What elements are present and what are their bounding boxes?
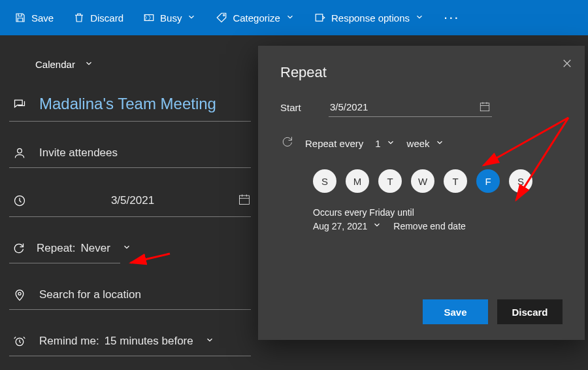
location-placeholder: Search for a location bbox=[39, 288, 141, 301]
end-date-dropdown[interactable]: Aug 27, 2021 bbox=[313, 220, 382, 231]
start-date-value: 3/5/2021 bbox=[330, 101, 368, 112]
weekday-5[interactable]: F bbox=[476, 169, 500, 193]
discard-button[interactable]: Discard bbox=[73, 12, 123, 24]
attendees-row[interactable]: Invite attendees bbox=[9, 140, 251, 168]
chevron-down-icon bbox=[372, 220, 382, 231]
reminder-row[interactable]: Remind me: 15 minutes before bbox=[9, 328, 251, 356]
modal-save-button[interactable]: Save bbox=[423, 299, 488, 324]
chat-icon bbox=[12, 97, 27, 110]
chevron-down-icon bbox=[435, 138, 444, 149]
chevron-down-icon bbox=[386, 138, 395, 149]
interval-dropdown[interactable]: 1 bbox=[375, 138, 395, 149]
occurrence-summary: Occurs every Friday until Aug 27, 2021 R… bbox=[313, 207, 563, 231]
save-button[interactable]: Save bbox=[14, 12, 54, 24]
calendar-icon[interactable] bbox=[479, 101, 491, 112]
weekday-2[interactable]: T bbox=[378, 169, 402, 193]
tag-icon bbox=[216, 12, 227, 24]
clock-icon bbox=[12, 194, 27, 207]
attendees-placeholder: Invite attendees bbox=[39, 146, 118, 160]
response-label: Response options bbox=[331, 12, 410, 24]
repeat-modal: Repeat Start 3/5/2021 Repeat every 1 wee… bbox=[258, 46, 585, 340]
save-icon bbox=[14, 12, 26, 24]
location-row[interactable]: Search for a location bbox=[9, 282, 251, 310]
chevron-down-icon bbox=[205, 335, 214, 347]
svg-rect-5 bbox=[240, 195, 250, 204]
chevron-down-icon bbox=[187, 12, 196, 24]
date-row[interactable]: 3/5/2021 bbox=[9, 186, 251, 217]
svg-point-6 bbox=[18, 292, 21, 295]
categorize-label: Categorize bbox=[233, 12, 280, 24]
response-options-dropdown[interactable]: Response options bbox=[314, 12, 424, 24]
calendar-icon[interactable] bbox=[238, 193, 251, 209]
svg-rect-8 bbox=[480, 103, 489, 111]
start-row: Start 3/5/2021 bbox=[280, 98, 563, 117]
weekday-0[interactable]: S bbox=[313, 169, 336, 193]
chevron-down-icon bbox=[122, 243, 131, 254]
svg-rect-2 bbox=[316, 14, 323, 22]
busy-icon bbox=[143, 12, 155, 24]
end-date-value: Aug 27, 2021 bbox=[313, 221, 367, 231]
repeat-value: Never bbox=[81, 242, 110, 255]
trash-icon bbox=[73, 12, 85, 24]
repeat-every-row: Repeat every 1 week bbox=[280, 135, 563, 151]
interval-value: 1 bbox=[375, 138, 380, 149]
title-row[interactable]: Madalina's Team Meeting bbox=[9, 88, 251, 122]
modal-title: Repeat bbox=[280, 64, 563, 81]
event-title: Madalina's Team Meeting bbox=[39, 95, 216, 113]
calendar-selector-label: Calendar bbox=[35, 59, 75, 70]
alarm-icon bbox=[12, 335, 27, 348]
remove-end-date-link[interactable]: Remove end date bbox=[393, 221, 466, 231]
location-icon bbox=[12, 288, 27, 301]
weekday-6[interactable]: S bbox=[509, 169, 532, 193]
repeat-every-label: Repeat every bbox=[305, 138, 363, 149]
weekday-3[interactable]: W bbox=[411, 169, 434, 193]
unit-value: week bbox=[407, 138, 430, 149]
weekday-picker: SMTWTFS bbox=[313, 169, 563, 193]
svg-point-3 bbox=[18, 148, 22, 153]
response-icon bbox=[314, 12, 326, 24]
unit-dropdown[interactable]: week bbox=[407, 138, 444, 149]
person-icon bbox=[12, 146, 27, 160]
busy-label: Busy bbox=[160, 12, 182, 24]
start-label: Start bbox=[280, 102, 313, 113]
busy-dropdown[interactable]: Busy bbox=[143, 12, 196, 24]
reminder-label: Remind me: bbox=[39, 335, 99, 348]
modal-buttons: Save Discard bbox=[423, 299, 563, 324]
modal-discard-button[interactable]: Discard bbox=[497, 299, 563, 324]
repeat-row[interactable]: Repeat: Never bbox=[9, 235, 120, 263]
command-toolbar: Save Discard Busy Categorize Response op… bbox=[0, 0, 588, 35]
chevron-down-icon bbox=[415, 12, 424, 24]
svg-point-1 bbox=[223, 14, 225, 16]
close-button[interactable] bbox=[561, 58, 573, 72]
occurs-text: Occurs every Friday until bbox=[313, 207, 563, 218]
discard-label: Discard bbox=[90, 12, 123, 24]
reminder-value: 15 minutes before bbox=[105, 335, 193, 348]
chevron-down-icon bbox=[84, 59, 93, 70]
calendar-selector[interactable]: Calendar bbox=[9, 59, 251, 70]
chevron-down-icon bbox=[286, 12, 295, 24]
date-value: 3/5/2021 bbox=[111, 194, 154, 207]
weekday-1[interactable]: M bbox=[346, 169, 369, 193]
start-date-input[interactable]: 3/5/2021 bbox=[329, 98, 492, 117]
save-label: Save bbox=[31, 12, 54, 24]
repeat-label: Repeat: bbox=[37, 242, 76, 255]
categorize-dropdown[interactable]: Categorize bbox=[216, 12, 295, 24]
more-commands-button[interactable]: ··· bbox=[444, 9, 459, 26]
event-form: Calendar Madalina's Team Meeting Invite … bbox=[9, 59, 251, 370]
repeat-icon bbox=[12, 242, 25, 255]
weekday-4[interactable]: T bbox=[444, 169, 467, 193]
repeat-icon bbox=[280, 135, 293, 151]
